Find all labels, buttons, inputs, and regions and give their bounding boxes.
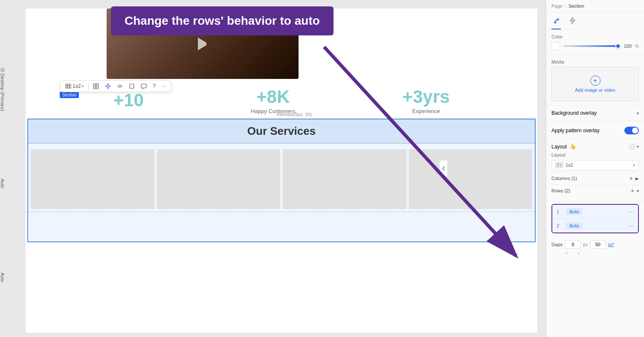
- toolbar-layout-selector[interactable]: 1x2 ▾: [64, 82, 86, 90]
- toolbar-icon-comment[interactable]: [139, 82, 148, 90]
- tab-style[interactable]: [551, 15, 561, 29]
- services-cell-3: [283, 149, 406, 209]
- media-section: Media + Add image or video: [546, 55, 644, 106]
- row-item-2: 2 Auto ···: [552, 218, 638, 232]
- layout-grid-icon: [555, 162, 563, 168]
- background-overlay-row: Background overlay ▾: [551, 110, 639, 116]
- layout-top-section: Layout 👆 i ▾ Layout: [546, 139, 644, 201]
- color-slider-thumb: [615, 44, 621, 49]
- columns-expand-arrow[interactable]: ▶: [635, 176, 639, 181]
- background-overlay-section: Background overlay ▾: [546, 106, 644, 121]
- side-label-desktop: Desktop (Primary): [0, 26, 5, 154]
- layout-top-label: Layout: [551, 144, 567, 150]
- services-row-spacer: [28, 143, 535, 147]
- columns-add-button[interactable]: +: [629, 175, 633, 182]
- stat-item-3: +3yrs Experience: [402, 87, 450, 114]
- toolbar-icon-grid[interactable]: [91, 82, 101, 90]
- row-1-more-button[interactable]: ···: [629, 208, 634, 215]
- toolbar-divider-1: [88, 83, 89, 90]
- gaps-unit-2[interactable]: px*: [608, 242, 614, 247]
- canvas-area: Change the rows' behavior to auto Deskto…: [0, 0, 546, 337]
- apply-pattern-label: Apply pattern overlay: [551, 128, 600, 134]
- gaps-vertical-input[interactable]: [590, 240, 606, 249]
- layout-select-arrow: ▾: [633, 163, 635, 167]
- svg-point-8: [119, 85, 121, 87]
- svg-rect-6: [93, 87, 96, 89]
- toolbar-icon-align[interactable]: [115, 82, 125, 90]
- rows-label: Rows (2): [551, 188, 570, 193]
- services-title: Our Services: [247, 125, 316, 137]
- toolbar-icon-help[interactable]: ?: [151, 82, 157, 90]
- layout-inner-label: Layout: [551, 152, 639, 157]
- color-swatch[interactable]: [551, 42, 560, 50]
- right-panel: Page > Section Color 100: [546, 0, 644, 337]
- services-header: Our Services: [28, 119, 535, 143]
- tab-actions[interactable]: [568, 15, 577, 29]
- row-2-auto-badge[interactable]: Auto: [566, 222, 583, 229]
- columns-controls: + ▶: [629, 175, 639, 182]
- panel-collapse-button[interactable]: [439, 160, 448, 177]
- media-label: Media: [551, 59, 639, 64]
- background-overlay-arrow[interactable]: ▾: [637, 111, 639, 116]
- rows-add-button[interactable]: +: [631, 187, 634, 194]
- layout-cursor-icon: 👆: [569, 143, 576, 150]
- color-row: 100 %: [551, 42, 639, 50]
- svg-rect-4: [93, 84, 96, 86]
- section-toolbar[interactable]: 1x2 ▾ ? ···: [60, 80, 171, 92]
- color-value: 100: [624, 44, 632, 49]
- row-2-num: 2: [557, 223, 563, 228]
- rows-expand-arrow[interactable]: ▾: [637, 189, 639, 193]
- toolbar-icon-crop[interactable]: [127, 82, 136, 90]
- services-cell-1: [31, 149, 154, 209]
- layout-info-icon[interactable]: i: [629, 144, 635, 150]
- gaps-label: Gaps: [551, 242, 563, 247]
- section-badge: Section: [60, 92, 79, 98]
- annotation-banner: Change the rows' behavior to auto: [111, 6, 334, 35]
- columns-row: Columns (1) + ▶: [551, 172, 639, 184]
- toolbar-icon-more[interactable]: ···: [160, 82, 168, 90]
- row-1-auto-badge[interactable]: Auto: [566, 208, 583, 215]
- panel-breadcrumb: Page > Section: [546, 0, 644, 12]
- gaps-horizontal-input[interactable]: [565, 240, 580, 249]
- side-label-auto1: Auto: [0, 171, 5, 196]
- layout-value: 1x2: [566, 163, 573, 168]
- rows-panel: 1 Auto ··· 2 Auto ···: [551, 204, 639, 233]
- side-label-auto2: Auto: [0, 256, 5, 299]
- gaps-unit-1: px: [583, 242, 588, 247]
- stat-item-1: +10: [113, 90, 144, 110]
- color-section: Color 100 %: [546, 30, 644, 55]
- media-add-button[interactable]: + Add image or video: [551, 67, 639, 101]
- gaps-h-arrow: ↔: [564, 250, 569, 256]
- color-label: Color: [551, 34, 639, 39]
- pattern-overlay-toggle[interactable]: [624, 127, 639, 134]
- breadcrumb-section: Section: [569, 3, 584, 9]
- breadcrumb-separator: >: [564, 3, 567, 9]
- play-icon: [198, 38, 211, 50]
- svg-rect-7: [96, 87, 99, 89]
- minmax-label: minmax(0px, 1fr): [51, 112, 537, 117]
- toolbar-layout-value: 1x2: [73, 83, 81, 89]
- services-section: Our Services: [26, 119, 537, 333]
- color-slider[interactable]: [563, 45, 621, 47]
- media-add-label: Add image or video: [575, 87, 615, 93]
- layout-select-box[interactable]: 1x2 ▾: [551, 160, 639, 170]
- layout-title-row: Layout 👆 i ▾: [551, 143, 639, 150]
- stat-value-2: +8K: [251, 87, 295, 107]
- apply-pattern-row: Apply pattern overlay: [551, 127, 639, 134]
- apply-pattern-section: Apply pattern overlay: [546, 121, 644, 139]
- media-plus-icon: +: [590, 76, 600, 86]
- stat-value-1: +10: [113, 90, 144, 110]
- gaps-row: Gaps px px*: [551, 240, 639, 249]
- svg-rect-5: [96, 84, 99, 86]
- row-2-more-button[interactable]: ···: [629, 222, 634, 229]
- gaps-section: Gaps px px* ↔ ↕: [546, 236, 644, 260]
- panel-tabs: [546, 12, 644, 30]
- stat-value-3: +3yrs: [402, 87, 450, 107]
- toolbar-icon-sparkle[interactable]: [103, 82, 113, 90]
- rows-controls: + ▾: [631, 187, 639, 194]
- color-symbol: %: [635, 44, 639, 49]
- breadcrumb-page: Page: [551, 3, 563, 9]
- row-1-num: 1: [557, 209, 563, 214]
- row-item-1: 1 Auto ···: [552, 205, 638, 218]
- layout-dropdown-arrow[interactable]: ▾: [637, 144, 639, 149]
